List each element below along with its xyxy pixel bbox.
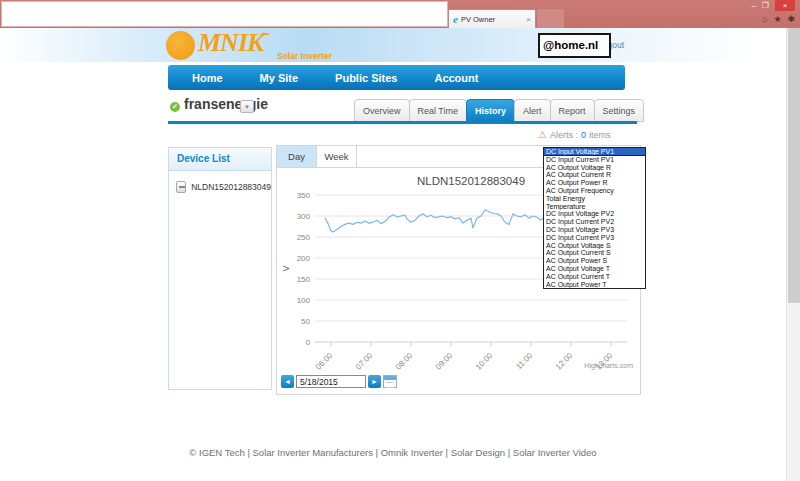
period-tab-day[interactable]: Day — [277, 146, 317, 167]
dropdown-option[interactable]: Temperature — [544, 203, 645, 211]
dropdown-option[interactable]: DC Input Current PV1 — [544, 156, 645, 164]
y-axis-title: V — [281, 265, 291, 271]
footer-separator: | — [443, 447, 451, 458]
browser-window: e PV Owner × – ❐ × ⌂ ★ ✱ MNIK ~ Solar In… — [0, 0, 800, 481]
logo-swoosh-icon: ~ — [262, 26, 270, 42]
footer-link-solar-design[interactable]: Solar Design — [451, 447, 505, 458]
site-tabs: OverviewReal TimeHistoryAlertReportSetti… — [355, 99, 644, 122]
dropdown-option[interactable]: DC Input Current PV3 — [544, 234, 645, 242]
alerts-count: 0 — [581, 130, 586, 140]
nav-item-home[interactable]: Home — [192, 72, 223, 84]
home-icon[interactable]: ⌂ — [762, 13, 767, 25]
footer-link-solar-inverter-manufacturers[interactable]: Solar Inverter Manufacturers — [253, 447, 373, 458]
tab-overview[interactable]: Overview — [354, 99, 410, 122]
footer-link-omnik-inverter[interactable]: Omnik Inverter — [381, 447, 443, 458]
footer: © IGEN Tech | Solar Inverter Manufacture… — [0, 447, 786, 458]
dropdown-option[interactable]: AC Output Current S — [544, 249, 645, 257]
favorites-star-icon[interactable]: ★ — [773, 13, 781, 25]
x-tick-label: 06:00 — [314, 351, 335, 370]
restore-button[interactable]: ❐ — [762, 0, 769, 11]
device-serial: NLDN152012883049 — [191, 182, 271, 192]
date-input[interactable] — [296, 375, 366, 388]
tabs-underline — [168, 121, 637, 124]
minimize-button[interactable]: – — [751, 0, 755, 11]
dropdown-option[interactable]: AC Output Voltage S — [544, 242, 645, 250]
y-tick-label: 50 — [301, 317, 310, 326]
tab-report[interactable]: Report — [550, 99, 595, 122]
dropdown-option[interactable]: AC Output Power S — [544, 257, 645, 265]
footer-separator: | — [505, 447, 513, 458]
device-list-title: Device List — [169, 148, 271, 171]
device-row[interactable]: NLDN152012883049 — [176, 181, 271, 193]
dropdown-option[interactable]: AC Output Voltage R — [544, 164, 645, 172]
y-tick-label: 350 — [297, 191, 311, 200]
alerts-status[interactable]: ⚠ Alerts : 0 items — [538, 130, 611, 140]
x-tick-label: 08:00 — [394, 351, 415, 370]
nav-item-public-sites[interactable]: Public Sites — [335, 72, 397, 84]
address-bar[interactable] — [1, 1, 448, 27]
next-date-button[interactable]: ► — [368, 375, 381, 388]
calendar-icon[interactable] — [383, 375, 397, 388]
gear-icon[interactable]: ✱ — [787, 13, 795, 25]
chart-credit: Highcharts.com — [584, 362, 633, 370]
scrollbar-track[interactable] — [786, 28, 800, 481]
dropdown-option[interactable]: AC Output Current R — [544, 171, 645, 179]
site-dropdown-button[interactable]: ▼ — [240, 100, 254, 113]
site-status-icon: ✓ — [170, 102, 180, 112]
nav-item-account[interactable]: Account — [434, 72, 478, 84]
chart-title: NLDN152012883049 — [417, 175, 525, 187]
dropdown-option[interactable]: AC Output Voltage T — [544, 265, 645, 273]
param-dropdown: DC Input Voltage PV1DC Input Current PV1… — [543, 147, 646, 289]
dropdown-option[interactable]: DC Input Voltage PV3 — [544, 226, 645, 234]
close-button[interactable]: × — [775, 0, 795, 11]
footer-separator: | — [245, 447, 253, 458]
logo-subtitle: Solar Inverter — [277, 51, 332, 61]
dropdown-option[interactable]: AC Output Power T — [544, 281, 645, 289]
device-list-items: NLDN152012883049 — [169, 181, 271, 193]
x-tick-label: 12:00 — [554, 351, 575, 370]
y-tick-label: 100 — [297, 296, 311, 305]
nav-item-my-site[interactable]: My Site — [260, 72, 299, 84]
period-tab-week[interactable]: Week — [317, 146, 357, 167]
window-controls: – ❐ × — [751, 0, 795, 11]
dropdown-option[interactable]: AC Output Frequency — [544, 187, 645, 195]
tab-settings[interactable]: Settings — [594, 99, 645, 122]
footer-copyright: © IGEN Tech — [189, 447, 244, 458]
x-tick-label: 10:00 — [474, 351, 495, 370]
y-tick-label: 300 — [297, 212, 311, 221]
footer-separator: | — [373, 447, 381, 458]
account-email: @home.nl — [538, 33, 611, 58]
footer-link-solar-inverter-video[interactable]: Solar Inverter Video — [513, 447, 597, 458]
dropdown-option[interactable]: DC Input Current PV2 — [544, 218, 645, 226]
site-name: fransenergie — [184, 96, 268, 112]
dropdown-option[interactable]: DC Input Voltage PV1 — [544, 148, 645, 156]
browser-action-icons: ⌂ ★ ✱ — [762, 13, 795, 25]
x-tick-label: 09:00 — [434, 351, 455, 370]
y-tick-label: 200 — [297, 254, 311, 263]
omnik-logo-icon — [166, 31, 195, 60]
x-tick-label: 11:00 — [514, 351, 534, 370]
dropdown-option[interactable]: DC Input Voltage PV2 — [544, 210, 645, 218]
alerts-label: Alerts : — [550, 130, 578, 140]
dropdown-option[interactable]: AC Output Power R — [544, 179, 645, 187]
main-nav: HomeMy SitePublic SitesAccount — [168, 65, 625, 90]
browser-tab-title: PV Owner — [461, 15, 524, 24]
dropdown-option[interactable]: Total Energy — [544, 195, 645, 203]
x-tick-label: 07:00 — [354, 351, 375, 370]
tab-close-icon[interactable]: × — [526, 15, 531, 24]
scrollbar-thumb[interactable] — [788, 28, 800, 303]
prev-date-button[interactable]: ◄ — [281, 375, 294, 388]
tab-alert[interactable]: Alert — [514, 99, 551, 122]
y-tick-label: 250 — [297, 233, 311, 242]
inverter-icon — [176, 181, 186, 193]
tab-real-time[interactable]: Real Time — [409, 99, 468, 122]
y-tick-label: 0 — [306, 338, 311, 347]
background-tab[interactable] — [537, 9, 564, 28]
browser-tab[interactable]: e PV Owner × — [448, 9, 536, 28]
tab-history[interactable]: History — [466, 99, 515, 122]
alerts-suffix: items — [589, 130, 611, 140]
dropdown-option[interactable]: AC Output Current T — [544, 273, 645, 281]
y-tick-label: 150 — [297, 275, 311, 284]
date-navigation: ◄ ► — [281, 375, 397, 388]
omnik-logo-text: MNIK — [198, 28, 263, 58]
